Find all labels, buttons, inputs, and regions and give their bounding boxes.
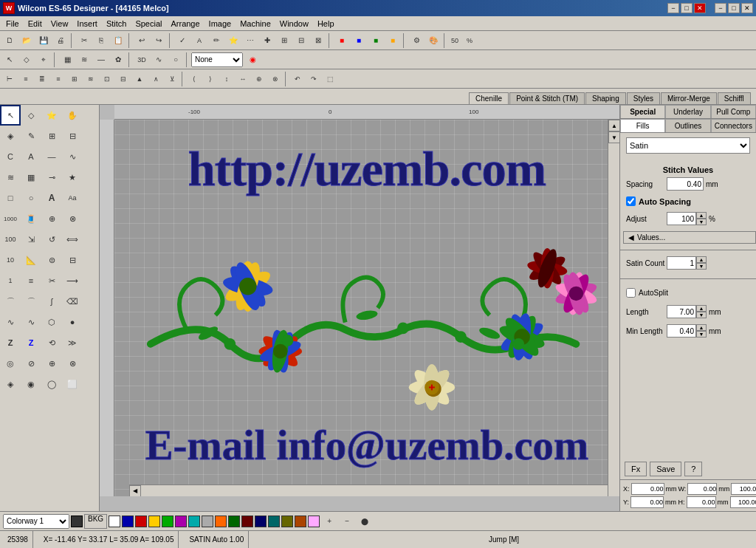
color1-button[interactable]: ■ bbox=[334, 32, 350, 49]
open-button[interactable]: 📂 bbox=[18, 32, 35, 49]
shadow-tool[interactable]: ◉ bbox=[21, 374, 41, 394]
dots-button[interactable]: ⋯ bbox=[242, 32, 258, 49]
none-select[interactable]: None bbox=[191, 52, 243, 67]
color-swatch-16[interactable] bbox=[308, 516, 320, 527]
min-length-input[interactable] bbox=[667, 324, 696, 338]
menu-insert[interactable]: Insert bbox=[72, 18, 102, 30]
magic-wand-tool[interactable]: ⭐ bbox=[41, 105, 62, 126]
color3-button[interactable]: ■ bbox=[368, 32, 384, 49]
tatami-tool[interactable]: ▦ bbox=[21, 167, 41, 188]
push-tool[interactable]: ⊗ bbox=[62, 208, 83, 229]
tab-connectors[interactable]: Connectors bbox=[711, 119, 756, 132]
values-button[interactable]: ◀ Values... bbox=[623, 231, 756, 244]
applique-tool[interactable]: ⬡ bbox=[41, 312, 62, 332]
freehand-tool[interactable]: ∫ bbox=[41, 291, 62, 312]
tb3-4[interactable]: ≡ bbox=[50, 71, 66, 87]
close-button[interactable]: ✕ bbox=[694, 3, 706, 13]
ring-tool[interactable]: ◎ bbox=[0, 353, 21, 374]
tb3-15[interactable]: ↔ bbox=[235, 71, 251, 87]
text2-tool[interactable]: Aa bbox=[62, 188, 83, 208]
wave-button[interactable]: ∿ bbox=[151, 52, 167, 68]
min-length-down-button[interactable]: ▼ bbox=[696, 331, 707, 338]
color-swatch-4[interactable] bbox=[148, 516, 160, 527]
canvas[interactable]: http://uzemb.com E-mail info@uzemb.com bbox=[114, 120, 619, 496]
pan-tool[interactable]: ✋ bbox=[62, 105, 83, 126]
color-swatch-3[interactable] bbox=[135, 516, 147, 527]
tb3-9[interactable]: ▲ bbox=[131, 71, 148, 87]
num100-tool[interactable]: 100 bbox=[0, 229, 21, 250]
blend-tool[interactable]: ⊗ bbox=[62, 353, 83, 374]
outline-tool[interactable]: ◯ bbox=[41, 374, 62, 394]
tb3-14[interactable]: ↕ bbox=[219, 71, 235, 87]
menu-arrange[interactable]: Arrange bbox=[166, 18, 204, 30]
grid2-button[interactable]: ⊟ bbox=[293, 32, 309, 49]
menu-special[interactable]: Special bbox=[131, 18, 166, 30]
measure-tool[interactable]: 📐 bbox=[21, 250, 41, 270]
color-swatch-15[interactable] bbox=[295, 516, 306, 527]
color-swatch-2[interactable] bbox=[122, 516, 134, 527]
save-design-button[interactable]: Save bbox=[650, 462, 681, 476]
lettering-button[interactable]: A bbox=[191, 32, 207, 49]
color2-button[interactable]: ■ bbox=[351, 32, 367, 49]
tab-outlines[interactable]: Outlines bbox=[665, 119, 710, 132]
eraser-tool[interactable]: ⌫ bbox=[62, 291, 83, 312]
polyline-tool[interactable]: ⌒ bbox=[21, 291, 41, 312]
complex-fill-tool[interactable]: ◈ bbox=[0, 126, 21, 146]
tb3-8[interactable]: ⊟ bbox=[115, 71, 131, 87]
grid3-button[interactable]: ⊠ bbox=[310, 32, 326, 49]
menu-image[interactable]: Image bbox=[205, 18, 236, 30]
node-tool[interactable]: ◇ bbox=[18, 52, 35, 68]
color-swatch-8[interactable] bbox=[202, 516, 213, 527]
color-swatch-1[interactable] bbox=[109, 516, 120, 527]
settings-button[interactable]: ⚙ bbox=[408, 32, 425, 49]
min-length-up-button[interactable]: ▲ bbox=[696, 324, 707, 331]
colorway-icon[interactable] bbox=[71, 516, 83, 527]
reshape-tool[interactable]: ⌖ bbox=[35, 52, 52, 68]
num10-tool[interactable]: 10 bbox=[0, 250, 21, 270]
tb3-20[interactable]: ⬚ bbox=[322, 71, 338, 87]
z-tool[interactable]: Z bbox=[0, 332, 21, 353]
tab-fills[interactable]: Fills bbox=[620, 119, 665, 132]
satin-tool[interactable]: ≋ bbox=[76, 52, 92, 68]
3d-button[interactable]: 3D bbox=[134, 52, 150, 68]
arrow-select-tool[interactable]: ↖ bbox=[0, 105, 21, 126]
tb3-5[interactable]: ⊞ bbox=[66, 71, 83, 87]
scroll-down-button[interactable]: ▼ bbox=[608, 131, 619, 143]
color-swatch-5[interactable] bbox=[162, 516, 173, 527]
z2-tool[interactable]: Z bbox=[21, 332, 41, 353]
circle-tool[interactable]: ○ bbox=[21, 188, 41, 208]
satin-count-down-button[interactable]: ▼ bbox=[696, 263, 707, 270]
scrollbar-vertical[interactable]: ▲ ▼ bbox=[608, 120, 619, 496]
menu-window[interactable]: Window bbox=[275, 18, 313, 30]
magic-button[interactable]: ⭐ bbox=[225, 32, 241, 49]
tb3-2[interactable]: ≡ bbox=[18, 71, 34, 87]
length-down-button[interactable]: ▼ bbox=[696, 312, 707, 318]
zigzag-tool[interactable]: ∿ bbox=[62, 146, 83, 167]
input-c-tool[interactable]: C bbox=[0, 146, 21, 167]
sequence-tool[interactable]: ≫ bbox=[62, 332, 83, 353]
tb3-11[interactable]: ⊻ bbox=[164, 71, 180, 87]
colorway-select[interactable]: Colorway 1 bbox=[3, 514, 69, 529]
color-swatch-12[interactable] bbox=[255, 516, 267, 527]
bezier-tool[interactable]: ⌒ bbox=[0, 291, 21, 312]
color-swatch-9[interactable] bbox=[215, 516, 227, 527]
menu-machine[interactable]: Machine bbox=[236, 18, 275, 30]
right-y-input[interactable] bbox=[630, 496, 664, 508]
stitch-type-select[interactable]: Satin Tatami Step Contour bbox=[626, 137, 750, 154]
trim-tool[interactable]: ✂ bbox=[41, 270, 62, 291]
num1-tool[interactable]: 1 bbox=[0, 270, 21, 291]
color-swatch-14[interactable] bbox=[281, 516, 293, 527]
tab-schiffl[interactable]: Schiffl bbox=[718, 92, 751, 104]
hoop-tool[interactable]: ⬜ bbox=[62, 374, 83, 394]
zigzag2-tool[interactable]: ∿ bbox=[0, 312, 21, 332]
cut-button[interactable]: ✂ bbox=[76, 32, 92, 49]
length-input[interactable] bbox=[667, 305, 696, 318]
minimize-button[interactable]: − bbox=[667, 3, 679, 13]
spacing-input[interactable] bbox=[667, 177, 704, 191]
run-tool[interactable]: — bbox=[93, 52, 109, 68]
color-swatch-13[interactable] bbox=[268, 516, 280, 527]
add-color-button[interactable]: + bbox=[321, 513, 337, 530]
connector-tool[interactable]: ⟶ bbox=[62, 270, 83, 291]
remove-color-button[interactable]: − bbox=[339, 513, 355, 530]
menu-view[interactable]: View bbox=[47, 18, 73, 30]
